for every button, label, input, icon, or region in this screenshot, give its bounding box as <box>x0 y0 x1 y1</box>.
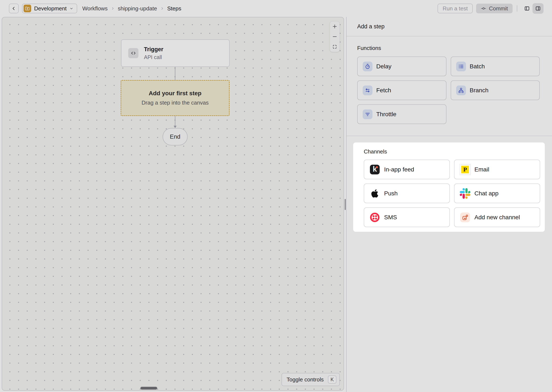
workflow-canvas[interactable]: Trigger API call Add your first step Dra… <box>2 17 344 391</box>
horizontal-scrollbar[interactable] <box>140 387 157 390</box>
end-node[interactable]: End <box>163 128 188 145</box>
edge-connector <box>175 116 175 126</box>
trigger-title: Trigger <box>144 46 163 53</box>
channel-card-in-app-feed[interactable]: k In-app feed <box>364 160 450 179</box>
functions-grid: Delay Batch Fetch Branch Throttle <box>347 56 552 124</box>
chevron-down-icon <box>70 7 73 10</box>
toolbar-divider <box>517 5 517 12</box>
channel-card-push[interactable]: Push <box>364 183 450 203</box>
functions-section-title: Functions <box>357 45 552 51</box>
twilio-logo <box>369 212 380 223</box>
function-card-throttle[interactable]: Throttle <box>357 104 446 124</box>
channels-spotlight: Channels k In-app feed P Email Push <box>353 142 545 232</box>
chevron-left-icon <box>11 6 16 11</box>
run-a-test-button[interactable]: Run a test <box>437 4 473 13</box>
panel-left-icon <box>524 6 530 11</box>
stopwatch-icon <box>363 62 372 71</box>
toggle-right-panel-button[interactable] <box>532 3 544 14</box>
breadcrumb-steps[interactable]: Steps <box>167 5 182 12</box>
dropzone-subtitle: Drag a step into the canvas <box>142 99 209 106</box>
environment-label: Development <box>34 5 66 12</box>
zoom-controls <box>330 21 340 52</box>
commit-label: Commit <box>489 5 508 12</box>
slack-logo <box>460 188 471 199</box>
channels-section-title: Channels <box>364 148 540 155</box>
breadcrumb: Workflows shipping-update Steps <box>82 5 181 12</box>
channel-card-email[interactable]: P Email <box>454 160 540 179</box>
channel-card-chat-app[interactable]: Chat app <box>454 183 540 203</box>
panel-right-icon <box>535 6 541 11</box>
commit-button[interactable]: Commit <box>476 4 513 13</box>
chevron-right-icon <box>160 7 164 10</box>
trigger-node[interactable]: Trigger API call <box>121 39 230 67</box>
channel-card-add-new[interactable]: Add new channel <box>454 207 540 227</box>
back-button[interactable] <box>9 4 19 13</box>
breadcrumb-workflows[interactable]: Workflows <box>82 5 108 12</box>
fit-view-icon <box>332 44 337 49</box>
vertical-scrollbar[interactable] <box>345 199 346 210</box>
toggle-left-panel-button[interactable] <box>522 3 532 14</box>
minus-icon <box>332 34 337 39</box>
add-first-step-dropzone[interactable]: Add your first step Drag a step into the… <box>121 80 230 116</box>
throttle-lines-icon <box>363 109 372 119</box>
add-step-panel: Add a step Functions Delay Batch Fetch B… <box>346 17 552 392</box>
knock-logo: k <box>369 164 380 175</box>
postmark-logo: P <box>460 164 471 175</box>
end-label: End <box>170 133 180 140</box>
environment-folder-icon <box>23 5 31 12</box>
panel-title: Add a step <box>347 17 552 36</box>
edge-connector <box>175 67 175 80</box>
trigger-subtitle: API call <box>144 54 163 60</box>
function-card-batch[interactable]: Batch <box>451 56 540 76</box>
list-icon <box>456 62 466 71</box>
toggle-controls-label: Toggle controls <box>287 376 324 383</box>
arrow-head-icon <box>174 126 177 128</box>
function-card-delay[interactable]: Delay <box>357 56 446 76</box>
dropzone-title: Add your first step <box>149 90 202 97</box>
breadcrumb-workflow-name[interactable]: shipping-update <box>118 5 157 12</box>
keyboard-shortcut-badge: K <box>328 376 336 384</box>
tree-icon <box>456 85 466 95</box>
blocks-icon <box>460 212 471 223</box>
swap-arrows-icon <box>363 85 372 95</box>
channels-grid: k In-app feed P Email Push <box>357 160 540 227</box>
fit-view-button[interactable] <box>330 42 340 52</box>
git-commit-icon <box>481 6 486 11</box>
function-card-fetch[interactable]: Fetch <box>357 80 446 100</box>
apple-logo <box>369 188 380 199</box>
channel-card-sms[interactable]: SMS <box>364 207 450 227</box>
zoom-out-button[interactable] <box>330 32 340 42</box>
topbar: Development Workflows shipping-update St… <box>0 0 552 17</box>
toggle-controls-button[interactable]: Toggle controls K <box>282 373 340 386</box>
code-brackets-icon <box>128 48 138 58</box>
function-card-branch[interactable]: Branch <box>451 80 540 100</box>
plus-icon <box>332 24 337 29</box>
section-divider <box>347 136 552 136</box>
environment-selector[interactable]: Development <box>22 4 77 13</box>
zoom-in-button[interactable] <box>330 21 340 31</box>
chevron-right-icon <box>111 7 115 10</box>
